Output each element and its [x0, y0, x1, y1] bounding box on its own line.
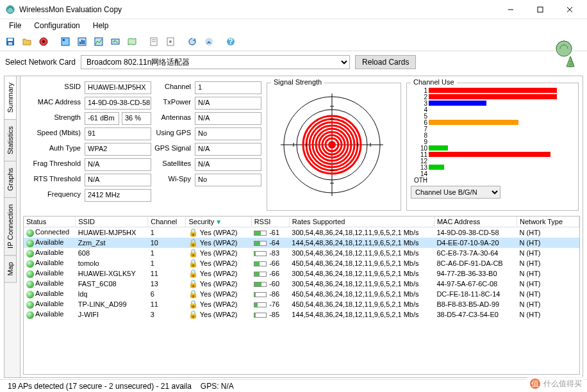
- table-cell: 300,54,48,36,24,18,12,11,9,6,5,2,1 Mb/s: [289, 268, 434, 279]
- table-cell: Available: [24, 289, 76, 299]
- table-cell: 38-D5-47-C3-54-E0: [434, 309, 517, 320]
- column-header[interactable]: SSID: [76, 216, 148, 227]
- table-cell: HUAWEI-MJP5HX: [76, 227, 148, 238]
- table-row[interactable]: Availableldq6🔒 Yes (WPA2)-86450,54,48,36…: [24, 289, 579, 299]
- table-cell: 450,54,48,36,24,18,12,11,9,6,5,2,1 Mb/s: [289, 289, 434, 299]
- table-cell: -76: [251, 299, 289, 309]
- menu-file[interactable]: File: [3, 20, 28, 31]
- tab-graphs[interactable]: Graphs: [4, 161, 17, 198]
- record-icon[interactable]: [36, 34, 51, 49]
- channel-bar: [429, 145, 448, 151]
- column-header[interactable]: Status: [24, 216, 76, 227]
- table-cell: 🔒 Yes (WPA2): [186, 279, 251, 289]
- status-bar: 19 APs detected (17 secure - 2 unsecured…: [0, 379, 587, 392]
- status-ap-count: 19 APs detected (17 secure - 2 unsecured…: [4, 382, 195, 391]
- lock-icon: 🔒: [188, 228, 198, 237]
- ip-icon[interactable]: [108, 34, 123, 49]
- svg-rect-13: [79, 42, 81, 44]
- watermark: 值 什么值得买: [525, 377, 586, 391]
- table-cell: 300,54,48,36,24,18,12,11,9,6,5,2,1 Mb/s: [289, 279, 434, 289]
- save-icon[interactable]: [3, 34, 18, 49]
- tab-summary[interactable]: Summary: [4, 76, 17, 120]
- network-card-select[interactable]: Broadcom 802.11n网络适配器: [81, 55, 350, 69]
- table-row[interactable]: ConnectedHUAWEI-MJP5HX1🔒 Yes (WPA2)-6130…: [24, 227, 579, 238]
- table-row[interactable]: Availabletomolo1🔒 Yes (WPA2)-66450,54,48…: [24, 258, 579, 268]
- table-cell: HUAWEI-XGLK5Y: [76, 268, 148, 279]
- log-icon[interactable]: [146, 34, 161, 49]
- column-header[interactable]: Network Type: [517, 216, 579, 227]
- graph-icon[interactable]: [91, 34, 106, 49]
- speed-value: 91: [85, 127, 151, 140]
- column-header[interactable]: Channel: [148, 216, 186, 227]
- status-dot-icon: [26, 270, 34, 278]
- table-row[interactable]: AvailableZzm_Zst10🔒 Yes (WPA2)-64144,54,…: [24, 238, 579, 248]
- refresh-icon[interactable]: [185, 34, 200, 49]
- map-icon[interactable]: [124, 34, 140, 49]
- table-cell: N (HT): [517, 309, 579, 320]
- table-row[interactable]: AvailableTP-LINK_AD9911🔒 Yes (WPA2)-7645…: [24, 299, 579, 309]
- table-cell: 1: [148, 227, 186, 238]
- table-cell: Available: [24, 309, 76, 320]
- table-row[interactable]: AvailableFAST_6C0813🔒 Yes (WPA2)-60300,5…: [24, 279, 579, 289]
- toolbar: ?: [0, 32, 587, 51]
- table-cell: DC-FE-18-11-8C-14: [434, 289, 517, 299]
- lock-icon: 🔒: [188, 269, 198, 278]
- stats-icon[interactable]: [74, 34, 90, 49]
- channel-use-select[interactable]: Channel Use B/G/N: [411, 186, 500, 199]
- frag-value: N/A: [85, 158, 151, 171]
- table-cell: N (HT): [517, 227, 579, 238]
- menu-configuration[interactable]: Configuration: [28, 20, 86, 31]
- channel-bar-row: 8: [411, 132, 574, 138]
- table-row[interactable]: AvailableJ-WIFI3🔒 Yes (WPA2)-85144,54,48…: [24, 309, 579, 320]
- status-dot-icon: [26, 229, 34, 237]
- signal-strength-group: Signal Strength: [267, 83, 401, 211]
- channel-use-title: Channel Use: [411, 78, 457, 86]
- reload-cards-button[interactable]: Reload Cards: [355, 55, 416, 69]
- auth-value: WPA2: [85, 143, 151, 156]
- options-icon[interactable]: [163, 34, 178, 49]
- channel-label: OTH: [411, 177, 429, 184]
- status-dot-icon: [26, 301, 34, 309]
- ssid-label: SSID: [24, 81, 82, 94]
- table-cell: 450,54,48,36,24,18,12,11,9,6,5,2,1 Mb/s: [289, 299, 434, 309]
- lock-icon: 🔒: [188, 300, 198, 309]
- ap-list-table[interactable]: StatusSSIDChannelSecurity▼RSSIRates Supp…: [23, 216, 580, 375]
- column-header[interactable]: Rates Supported: [289, 216, 434, 227]
- app-logo-icon: [551, 37, 582, 68]
- lock-icon: 🔒: [188, 310, 198, 319]
- channel-bar: [429, 120, 518, 125]
- mac-value: 14-9D-09-38-CD-58: [85, 97, 151, 110]
- channel-bar-row: 10: [411, 145, 574, 151]
- table-cell: 1: [148, 248, 186, 258]
- tab-map[interactable]: Map: [4, 255, 17, 282]
- tab-ip-connection[interactable]: IP Connection: [4, 197, 17, 256]
- status-dot-icon: [26, 260, 34, 268]
- maximize-button[interactable]: [525, 0, 555, 19]
- status-gps: GPS: N/A: [197, 382, 238, 391]
- help-icon[interactable]: ?: [223, 34, 238, 49]
- column-header[interactable]: RSSI: [251, 216, 289, 227]
- tab-statistics[interactable]: Statistics: [4, 119, 17, 161]
- column-header[interactable]: Security▼: [186, 216, 251, 227]
- svg-rect-6: [8, 38, 13, 41]
- rssi-bar-icon: [254, 292, 267, 297]
- table-row[interactable]: Available6081🔒 Yes (WPA2)-83300,54,48,36…: [24, 248, 579, 258]
- channel-bar: [429, 94, 557, 99]
- menu-help[interactable]: Help: [87, 20, 115, 31]
- channel-bar-row: 6: [411, 119, 574, 126]
- open-icon[interactable]: [19, 34, 35, 49]
- table-cell: 44-97-5A-67-6C-08: [434, 279, 517, 289]
- table-cell: 11: [148, 299, 186, 309]
- table-cell: -85: [251, 309, 289, 320]
- txpower-value: N/A: [195, 97, 261, 110]
- connect-icon[interactable]: [201, 34, 217, 49]
- svg-text:?: ?: [228, 37, 233, 46]
- minimize-button[interactable]: [496, 0, 525, 19]
- table-cell: 300,54,48,36,24,18,12,11,9,6,5,2,1 Mb/s: [289, 248, 434, 258]
- table-cell: N (HT): [517, 299, 579, 309]
- column-header[interactable]: MAC Address: [434, 216, 517, 227]
- table-row[interactable]: AvailableHUAWEI-XGLK5Y11🔒 Yes (WPA2)-663…: [24, 268, 579, 279]
- close-button[interactable]: [555, 0, 584, 19]
- summary-icon[interactable]: [58, 34, 73, 49]
- table-cell: Available: [24, 238, 76, 248]
